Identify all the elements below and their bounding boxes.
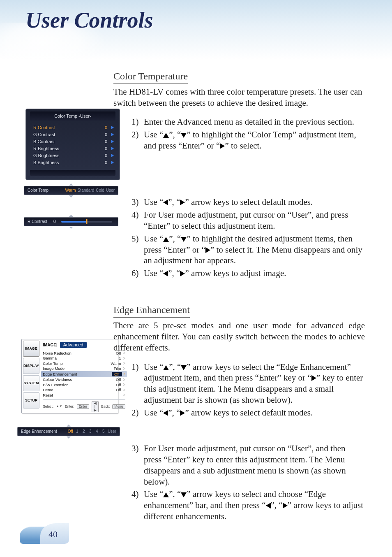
tab-setup[interactable]: SETUP bbox=[23, 392, 39, 408]
menu-reset[interactable]: Reset▷ bbox=[43, 392, 125, 398]
page-number: 40 bbox=[20, 523, 69, 544]
arrow-right-icon bbox=[205, 247, 210, 253]
tab-image[interactable]: IMAGE bbox=[23, 341, 39, 357]
osd-image-advanced: IMAGE DISPLAY SYSTEM SETUP IMAGE| Advanc… bbox=[21, 339, 118, 413]
steps-color-temp-b: 3)Use “”, “” arrow keys to select defaul… bbox=[113, 197, 365, 279]
osd-row-b-contrast[interactable]: B Contrast 0 bbox=[26, 138, 120, 145]
menu-demo[interactable]: DemoOff▷ bbox=[43, 388, 125, 393]
breadcrumb: IMAGE| Advanced bbox=[43, 342, 125, 348]
steps-edge-a: 1)Use “”, “” arrow keys to select the “E… bbox=[113, 362, 365, 418]
osd-hints: Select:▲▼ Enter:Enter◀ | ▶ Back:Menu bbox=[43, 399, 125, 413]
menu-noise-reduction[interactable]: Noise ReductionOff▷ bbox=[43, 350, 125, 356]
arrow-right-icon bbox=[311, 375, 316, 381]
slider-track[interactable] bbox=[61, 221, 112, 223]
arrow-up-icon bbox=[163, 237, 169, 242]
arrow-down-icon bbox=[181, 492, 187, 497]
caret-up-icon bbox=[69, 215, 73, 217]
arrow-right-icon bbox=[220, 143, 225, 149]
arrow-right-icon bbox=[180, 271, 185, 276]
arrow-left-icon bbox=[163, 271, 168, 276]
page-title: User Controls bbox=[25, 7, 153, 33]
arrow-right-icon bbox=[180, 410, 185, 416]
heading-edge-enhancement: Edge Enhancement bbox=[113, 304, 190, 318]
selector-edge-enhancement[interactable]: Edge Enhancement Off 1 2 3 4 5 User bbox=[17, 427, 120, 436]
arrow-down-icon bbox=[181, 133, 187, 138]
tab-display[interactable]: DISPLAY bbox=[23, 358, 39, 374]
osd-title: Color Temp -User- bbox=[30, 111, 115, 121]
steps-color-temp-a: 1)Enter the Advanced menu as detailed in… bbox=[113, 116, 365, 151]
caret-up-icon bbox=[69, 183, 73, 186]
arrow-right-icon bbox=[283, 503, 288, 508]
heading-color-temperature: Color Temperature bbox=[113, 70, 188, 84]
selector-color-temp[interactable]: Color Temp Warm Standard Cold User bbox=[24, 186, 118, 195]
arrow-right-icon bbox=[180, 200, 185, 205]
osd-row-b-brightness[interactable]: B Brightness 0 bbox=[26, 159, 120, 166]
menu-color-temp[interactable]: Color TempWarm▷ bbox=[43, 361, 125, 366]
intro-color-temperature: The HD81-LV comes with three color tempe… bbox=[113, 86, 365, 109]
caret-down-icon bbox=[67, 436, 71, 439]
arrow-left-icon bbox=[163, 410, 168, 416]
arrow-down-icon bbox=[181, 365, 187, 370]
osd-row-r-contrast[interactable]: R Contrast 0 bbox=[26, 124, 120, 131]
steps-edge-b: 3)For User mode adjustment, put cursor o… bbox=[113, 443, 365, 522]
osd-row-r-brightness[interactable]: R Brightness 0 bbox=[26, 145, 120, 152]
arrow-up-icon bbox=[163, 365, 169, 370]
caret-up-icon bbox=[67, 425, 71, 427]
arrow-up-icon bbox=[163, 492, 169, 497]
arrow-up-icon bbox=[163, 133, 169, 138]
menu-bw-extension[interactable]: B/W ExtensionOff▷ bbox=[43, 382, 125, 388]
caret-down-icon bbox=[69, 227, 73, 229]
osd-row-g-brightness[interactable]: G Brightness 0 bbox=[26, 152, 120, 159]
caret-down-icon bbox=[69, 195, 73, 197]
arrow-left-icon bbox=[266, 503, 271, 508]
menu-colour-vividness[interactable]: Colour VividnessOff▷ bbox=[43, 377, 125, 383]
osd-row-g-contrast[interactable]: G Contrast 0 bbox=[26, 131, 120, 138]
menu-image-mode[interactable]: Image ModeFilm▷ bbox=[43, 366, 125, 371]
arrow-down-icon bbox=[181, 237, 187, 242]
tab-system[interactable]: SYSTEM bbox=[23, 375, 39, 391]
osd-color-temp-user: Color Temp -User- R Contrast 0 G Contras… bbox=[25, 109, 120, 180]
menu-gamma[interactable]: Gamma1▷ bbox=[43, 356, 125, 361]
slider-r-contrast[interactable]: R Contrast 0 bbox=[24, 217, 118, 226]
arrow-left-icon bbox=[163, 200, 168, 205]
intro-edge-enhancement: There are 5 pre-set modes and one user m… bbox=[113, 320, 365, 353]
